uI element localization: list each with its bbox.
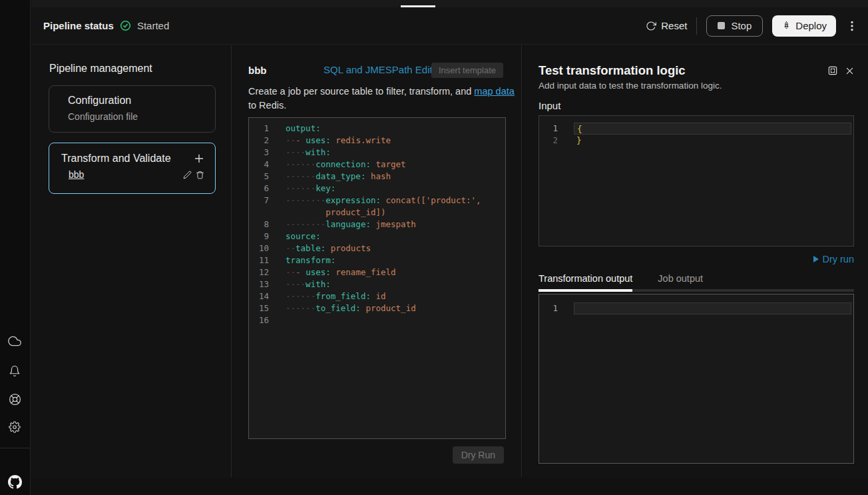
code-line: 4······connection: target bbox=[249, 159, 505, 171]
insert-template-button[interactable]: Insert template bbox=[431, 63, 503, 78]
pipeline-management-title: Pipeline management bbox=[49, 63, 152, 75]
settings-gear-icon[interactable] bbox=[7, 420, 22, 434]
rail-divider bbox=[0, 448, 31, 448]
tab-transformation-output[interactable]: Transformation output bbox=[539, 273, 632, 289]
top-tab-strip bbox=[31, 0, 868, 7]
reset-button[interactable]: Reset bbox=[646, 20, 687, 31]
configuration-card-title: Configuration bbox=[68, 94, 204, 107]
tab-job-output[interactable]: Job output bbox=[658, 273, 703, 289]
configuration-card[interactable]: Configuration Configuration file bbox=[49, 85, 216, 133]
code-line: 12··- uses: rename_field bbox=[249, 266, 505, 278]
close-panel-icon[interactable] bbox=[845, 67, 854, 75]
yaml-editor-lines: 1output:2··- uses: redis.write3····with:… bbox=[249, 123, 505, 326]
test-panel-subtitle: Add input data to test the transformatio… bbox=[539, 81, 722, 91]
job-name-title: bbb bbox=[248, 65, 267, 76]
deploy-button[interactable]: Deploy bbox=[772, 15, 836, 37]
code-line: 3····with: bbox=[249, 147, 505, 159]
job-editor-panel: bbb SQL and JMESPath Editor Insert templ… bbox=[232, 45, 522, 478]
output-editor-lines: 1 bbox=[539, 302, 853, 314]
code-line: 1output: bbox=[249, 123, 505, 135]
edit-pencil-icon[interactable] bbox=[183, 171, 192, 179]
code-line: 2} bbox=[539, 135, 853, 147]
delete-trash-icon[interactable] bbox=[196, 171, 204, 179]
status-check-icon bbox=[120, 20, 131, 31]
pipeline-status-bar: Pipeline status Started Reset Stop Deplo… bbox=[31, 7, 868, 45]
code-line: 5······data_type: hash bbox=[249, 171, 505, 183]
test-transformation-panel: Test transformation logic Add input data… bbox=[523, 45, 868, 478]
code-line: 9source: bbox=[249, 231, 505, 243]
code-line: 16 bbox=[249, 314, 505, 326]
toolbar-divider bbox=[696, 17, 697, 35]
pipeline-actions: Reset Stop Deploy bbox=[646, 15, 859, 37]
expand-panel-icon[interactable] bbox=[828, 66, 837, 75]
code-line: 11transform: bbox=[249, 254, 505, 266]
more-options-kebab-icon[interactable] bbox=[845, 19, 859, 33]
stop-button[interactable]: Stop bbox=[706, 15, 763, 37]
code-line: 6······key: bbox=[249, 183, 505, 195]
support-lifebuoy-icon[interactable] bbox=[7, 392, 22, 406]
pipeline-status-value: Started bbox=[137, 20, 169, 31]
dry-run-button[interactable]: Dry Run bbox=[453, 446, 504, 464]
configuration-file-item[interactable]: Configuration file bbox=[68, 111, 204, 123]
code-line: 1{ bbox=[539, 123, 853, 135]
job-item-bbb[interactable]: bbb bbox=[69, 169, 84, 180]
output-tabs: Transformation output Job output bbox=[539, 273, 854, 292]
dry-run-link[interactable]: Dry run bbox=[813, 254, 854, 264]
test-panel-title: Test transformation logic bbox=[539, 63, 686, 78]
pipeline-status-label: Pipeline status bbox=[43, 20, 114, 31]
pipeline-status-group: Pipeline status Started bbox=[43, 20, 169, 31]
transform-validate-card[interactable]: Transform and Validate bbb bbox=[49, 143, 216, 194]
job-description: Create a job per source table to filter,… bbox=[248, 85, 515, 113]
app-window: Pipeline status Started Reset Stop Deplo… bbox=[0, 0, 868, 495]
code-line: 1 bbox=[539, 302, 853, 314]
input-json-editor[interactable]: 1{2} bbox=[539, 115, 854, 247]
github-icon[interactable] bbox=[7, 474, 22, 489]
yaml-code-editor[interactable]: 1output:2··- uses: redis.write3····with:… bbox=[248, 117, 506, 439]
sql-jmespath-editor-link[interactable]: SQL and JMESPath Editor bbox=[324, 64, 441, 75]
code-line: 13····with: bbox=[249, 278, 505, 290]
play-icon bbox=[813, 256, 819, 262]
transformation-output-editor[interactable]: 1 bbox=[539, 294, 854, 464]
code-line: 8········language: jmespath bbox=[249, 219, 505, 231]
code-line: 14······from_field: id bbox=[249, 290, 505, 302]
map-data-link[interactable]: map data bbox=[474, 86, 514, 97]
code-line: 15······to_field: product_id bbox=[249, 302, 505, 314]
notifications-bell-icon[interactable] bbox=[7, 364, 22, 378]
transform-card-title: Transform and Validate bbox=[61, 152, 171, 165]
input-editor-lines: 1{2} bbox=[539, 123, 853, 147]
input-label: Input bbox=[539, 100, 560, 111]
cloud-icon[interactable] bbox=[7, 334, 22, 348]
reset-icon bbox=[646, 21, 656, 31]
stop-icon bbox=[718, 22, 725, 29]
code-line: 10··table: products bbox=[249, 243, 505, 254]
left-icon-rail bbox=[0, 0, 31, 495]
pipeline-management-panel: Pipeline management Configuration Config… bbox=[31, 45, 232, 478]
rocket-icon bbox=[781, 21, 791, 31]
code-line: product_id]) bbox=[249, 207, 505, 219]
code-line: 2··- uses: redis.write bbox=[249, 135, 505, 147]
code-line: 7········expression: concat(['product:', bbox=[249, 195, 505, 207]
add-job-plus-icon[interactable] bbox=[194, 153, 204, 164]
